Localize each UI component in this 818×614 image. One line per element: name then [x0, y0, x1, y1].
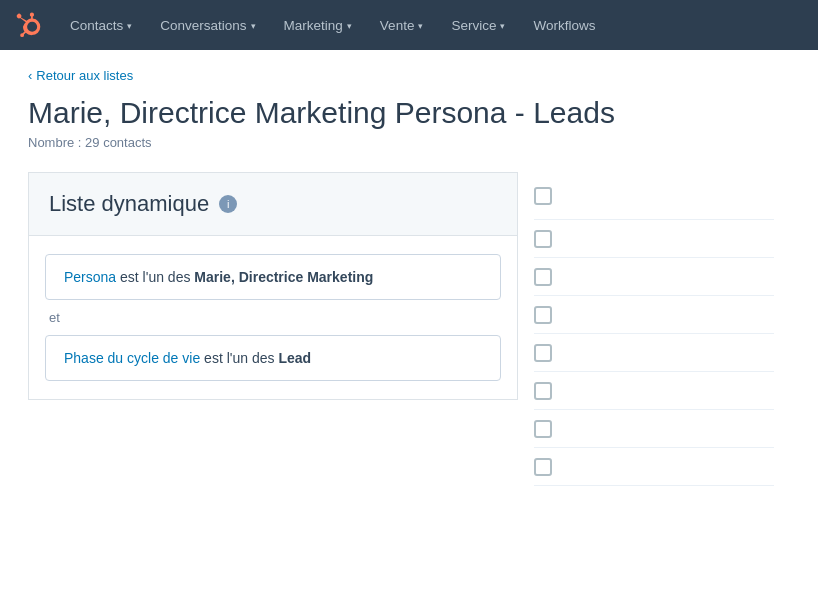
- nav-vente[interactable]: Vente ▾: [366, 0, 438, 50]
- and-connector: et: [45, 300, 501, 335]
- chevron-down-icon: ▾: [347, 21, 352, 31]
- checkbox-row-2[interactable]: [534, 268, 552, 286]
- nav-conversations[interactable]: Conversations ▾: [146, 0, 269, 50]
- table-row: [534, 258, 774, 296]
- criteria-area: Persona est l'un des Marie, Directrice M…: [28, 235, 518, 400]
- table-row: [534, 220, 774, 258]
- right-panel: [518, 172, 790, 486]
- table-row: [534, 334, 774, 372]
- table-row: [534, 410, 774, 448]
- chevron-down-icon: ▾: [500, 21, 505, 31]
- checkbox-row-6[interactable]: [534, 420, 552, 438]
- hubspot-logo[interactable]: [12, 7, 48, 43]
- main-layout: Liste dynamique i Persona est l'un des M…: [28, 172, 790, 486]
- table-row: [534, 296, 774, 334]
- info-icon[interactable]: i: [219, 195, 237, 213]
- left-panel: Liste dynamique i Persona est l'un des M…: [28, 172, 518, 486]
- criteria-card-2: Phase du cycle de vie est l'un des Lead: [45, 335, 501, 381]
- chevron-down-icon: ▾: [127, 21, 132, 31]
- nav-contacts[interactable]: Contacts ▾: [56, 0, 146, 50]
- criteria-card-1: Persona est l'un des Marie, Directrice M…: [45, 254, 501, 300]
- criteria-field-1[interactable]: Persona: [64, 269, 116, 285]
- list-type-label: Liste dynamique: [49, 191, 209, 217]
- checkbox-row-4[interactable]: [534, 344, 552, 362]
- nav-marketing[interactable]: Marketing ▾: [270, 0, 366, 50]
- checkbox-row-7[interactable]: [534, 458, 552, 476]
- nav-service[interactable]: Service ▾: [437, 0, 519, 50]
- checkbox-select-all[interactable]: [534, 187, 552, 205]
- page-title: Marie, Directrice Marketing Persona - Le…: [28, 95, 790, 131]
- table-row: [534, 448, 774, 486]
- chevron-down-icon: ▾: [251, 21, 256, 31]
- checkbox-row-header: [534, 172, 774, 220]
- table-row: [534, 372, 774, 410]
- criteria-value-1: Marie, Directrice Marketing: [194, 269, 373, 285]
- page-content: ‹ Retour aux listes Marie, Directrice Ma…: [0, 50, 818, 504]
- navbar: Contacts ▾ Conversations ▾ Marketing ▾ V…: [0, 0, 818, 50]
- list-type-header: Liste dynamique i: [28, 172, 518, 235]
- criteria-field-2[interactable]: Phase du cycle de vie: [64, 350, 200, 366]
- chevron-left-icon: ‹: [28, 68, 32, 83]
- criteria-value-2: Lead: [278, 350, 311, 366]
- checkbox-list: [534, 172, 774, 486]
- checkbox-row-1[interactable]: [534, 230, 552, 248]
- checkbox-row-5[interactable]: [534, 382, 552, 400]
- contact-count: Nombre : 29 contacts: [28, 135, 790, 150]
- chevron-down-icon: ▾: [418, 21, 423, 31]
- checkbox-row-3[interactable]: [534, 306, 552, 324]
- nav-workflows[interactable]: Workflows: [519, 0, 609, 50]
- back-link[interactable]: ‹ Retour aux listes: [28, 68, 790, 83]
